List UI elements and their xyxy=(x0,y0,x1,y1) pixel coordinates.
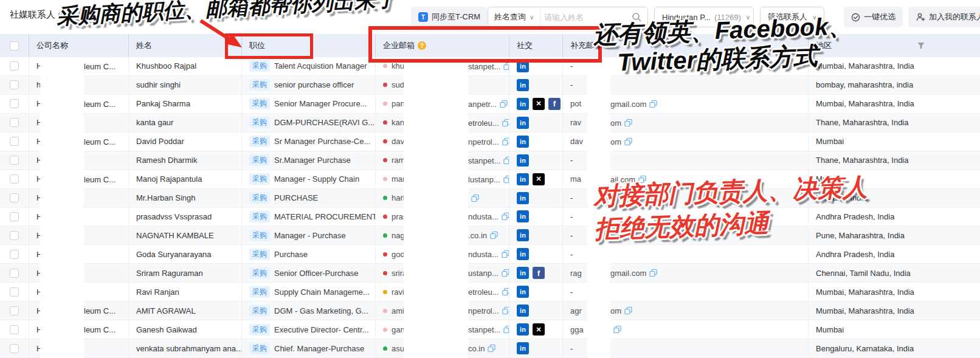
x-icon[interactable]: ✕ xyxy=(533,173,545,185)
linkedin-icon[interactable]: in xyxy=(517,136,529,148)
contact-name-cell[interactable]: Pankaj Sharma xyxy=(129,95,242,113)
row-checkbox[interactable] xyxy=(10,269,19,278)
row-checkbox[interactable] xyxy=(10,118,19,127)
row-checkbox[interactable] xyxy=(10,325,19,334)
region-cell: Mumbai xyxy=(809,133,980,151)
copy-icon[interactable] xyxy=(502,288,509,296)
copy-icon[interactable] xyxy=(502,213,509,221)
row-checkbox[interactable] xyxy=(10,250,19,259)
select-all-checkbox[interactable] xyxy=(10,41,19,50)
copy-icon[interactable] xyxy=(503,175,509,183)
x-icon[interactable]: ✕ xyxy=(533,323,545,336)
linkedin-icon[interactable]: in xyxy=(517,60,529,72)
email-suffix: ndusta... xyxy=(468,212,499,221)
job-title: Talent Acquistion Manager xyxy=(274,61,367,71)
copy-icon[interactable] xyxy=(502,269,509,277)
linkedin-icon[interactable]: in xyxy=(517,210,529,222)
name-search-input[interactable] xyxy=(540,13,630,22)
tcrm-icon: T xyxy=(418,12,428,22)
linkedin-icon[interactable]: in xyxy=(517,154,529,167)
contact-name-cell[interactable]: Khushboo Rajpal xyxy=(129,57,242,75)
add-to-my-contacts-button[interactable]: 加入我的联系人 xyxy=(908,7,980,27)
company-select[interactable]: Hindustan P... (11269) ∨ xyxy=(654,7,754,27)
row-checkbox[interactable] xyxy=(10,287,19,297)
social-cell: in✕ xyxy=(509,320,563,339)
linkedin-icon[interactable]: in xyxy=(517,192,529,204)
row-checkbox[interactable] xyxy=(10,306,19,315)
region-cell: Thane, Maharashtra, India xyxy=(809,114,980,132)
copy-icon[interactable] xyxy=(624,307,632,315)
copy-icon[interactable] xyxy=(638,175,646,183)
company-name-suffix: leum C... xyxy=(84,99,116,108)
search-icon[interactable] xyxy=(632,12,641,22)
row-checkbox[interactable] xyxy=(10,61,19,71)
row-checkbox[interactable] xyxy=(10,80,19,89)
linkedin-icon[interactable]: in xyxy=(517,323,529,336)
linkedin-icon[interactable]: in xyxy=(517,305,529,317)
contact-name-cell[interactable]: sudhir singhi xyxy=(129,76,242,94)
email-suffix: npetrol... xyxy=(468,306,499,315)
copy-icon[interactable] xyxy=(624,137,632,145)
copy-icon[interactable] xyxy=(649,100,657,108)
copy-icon[interactable] xyxy=(502,137,509,145)
row-checkbox[interactable] xyxy=(10,137,19,146)
region-cell: Mumbai, Maharashtra, India xyxy=(809,95,980,113)
contact-name-cell[interactable]: Ravi Ranjan xyxy=(129,283,242,301)
contact-name: NAGNATH KAMBALE xyxy=(136,231,214,240)
row-checkbox[interactable] xyxy=(10,156,19,165)
filter-funnel-icon[interactable] xyxy=(917,41,925,50)
row-checkbox[interactable] xyxy=(10,344,19,353)
contact-name-cell[interactable]: NAGNATH KAMBALE xyxy=(129,226,242,244)
contact-name-cell[interactable]: Ganesh Gaikwad xyxy=(129,320,242,339)
linkedin-icon[interactable]: in xyxy=(517,342,529,354)
row-select-cell xyxy=(0,57,29,75)
row-checkbox[interactable] xyxy=(10,231,19,240)
linkedin-icon[interactable]: in xyxy=(517,173,529,185)
name-query-dropdown[interactable]: 姓名查询 ∨ xyxy=(488,7,540,27)
one-click-optimize-button[interactable]: 一键优选 xyxy=(844,7,903,27)
linkedin-icon[interactable]: in xyxy=(517,98,529,110)
linkedin-icon[interactable]: in xyxy=(517,79,529,91)
copy-icon[interactable] xyxy=(502,307,509,315)
row-checkbox[interactable] xyxy=(10,193,19,202)
copy-icon[interactable] xyxy=(488,345,495,353)
row-checkbox[interactable] xyxy=(10,174,19,184)
linkedin-icon[interactable]: in xyxy=(517,286,529,298)
x-icon[interactable]: ✕ xyxy=(533,98,545,110)
copy-icon[interactable] xyxy=(649,269,657,277)
linkedin-icon[interactable]: in xyxy=(517,267,529,279)
contact-name-cell[interactable]: venkata subrahmanyam ana... xyxy=(129,339,242,357)
copy-icon[interactable] xyxy=(624,119,632,126)
contact-name-cell[interactable]: AMIT AGRAWAL xyxy=(129,301,242,320)
copy-icon[interactable] xyxy=(503,62,509,70)
filter-contacts-dropdown[interactable]: 筛选联系人 ∨ xyxy=(760,7,824,27)
contact-name-cell[interactable]: prasadvss Vssprasad xyxy=(129,208,242,226)
copy-icon[interactable] xyxy=(502,250,509,258)
contact-name-cell[interactable]: Ramesh Dharmik xyxy=(129,151,242,170)
contact-name-cell[interactable]: Mr.Harban Singh xyxy=(129,189,242,207)
copy-icon[interactable] xyxy=(500,100,508,108)
email-suffix: etroleu... xyxy=(468,287,499,297)
help-icon[interactable]: ? xyxy=(418,41,426,50)
contact-name-cell[interactable]: kanta gaur xyxy=(129,114,242,132)
linkedin-icon[interactable]: in xyxy=(517,229,529,241)
email-suffix: .co.in xyxy=(468,231,487,240)
copy-icon[interactable] xyxy=(503,326,509,334)
facebook-icon[interactable]: f xyxy=(533,267,545,279)
copy-icon[interactable] xyxy=(503,156,509,164)
row-checkbox[interactable] xyxy=(10,99,19,108)
row-checkbox[interactable] xyxy=(10,212,19,221)
copy-icon[interactable] xyxy=(502,119,509,126)
contact-name-cell[interactable]: Manoj Rajapantula xyxy=(129,170,242,188)
contact-name-cell[interactable]: David Poddar xyxy=(129,133,242,151)
region: Mumbai, Maharashtra, India xyxy=(816,99,914,108)
linkedin-icon[interactable]: in xyxy=(517,117,529,129)
facebook-icon[interactable]: f xyxy=(548,98,561,110)
copy-icon[interactable] xyxy=(471,194,479,202)
contact-name-cell[interactable]: Sriram Raguraman xyxy=(129,264,242,282)
linkedin-icon[interactable]: in xyxy=(517,248,529,260)
copy-icon[interactable] xyxy=(490,232,498,239)
contact-name-cell[interactable]: Goda Suryanarayana xyxy=(129,245,242,263)
sync-to-tcrm-button[interactable]: T 同步至T-CRM xyxy=(411,7,488,27)
copy-icon[interactable] xyxy=(613,326,621,334)
